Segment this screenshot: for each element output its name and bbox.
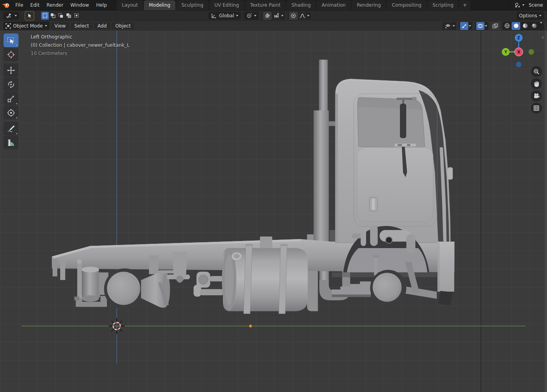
tool-cursor[interactable] xyxy=(4,48,18,61)
camera-view-button[interactable] xyxy=(531,90,542,101)
gizmo-y-negative-ball[interactable] xyxy=(529,49,534,55)
overlays-icon xyxy=(477,23,483,29)
visibility-chevron-icon xyxy=(453,25,455,27)
transform-snap-group: Global xyxy=(208,12,311,20)
options-chevron-icon xyxy=(539,15,541,17)
menu-add[interactable]: Add xyxy=(94,22,110,29)
svg-text:X: X xyxy=(517,50,520,54)
menu-window[interactable]: Window xyxy=(67,0,92,10)
sidebar-collapse-arrow-icon[interactable]: ‹ xyxy=(542,35,544,40)
tool-settings-dropdown[interactable] xyxy=(3,12,19,20)
tab-rendering[interactable]: Rendering xyxy=(352,0,386,10)
pan-button[interactable] xyxy=(531,78,542,89)
annotate-pen-icon xyxy=(7,124,15,133)
scene-selector[interactable]: Scene xyxy=(510,0,547,10)
move-icon xyxy=(7,66,15,75)
camera-icon xyxy=(533,92,540,99)
tab-uv-editing[interactable]: UV Editing xyxy=(209,0,244,10)
object-origin-dot[interactable] xyxy=(249,325,252,328)
orientation-axes-icon xyxy=(211,13,217,18)
zoom-button[interactable] xyxy=(531,66,542,77)
tool-settings-icon xyxy=(6,13,13,18)
add-workspace-button[interactable]: + xyxy=(459,0,470,10)
workspace-tabs: Layout Modeling Sculpting UV Editing Tex… xyxy=(117,0,471,10)
select-mode-invert-button[interactable] xyxy=(65,12,72,20)
xray-toggle-button[interactable] xyxy=(491,22,499,30)
menu-render[interactable]: Render xyxy=(43,0,67,10)
proportional-toggle-button[interactable] xyxy=(289,12,298,20)
pivot-point-dropdown[interactable] xyxy=(244,12,259,20)
orientation-chevron-icon xyxy=(236,15,238,17)
tab-modeling[interactable]: Modeling xyxy=(144,0,176,10)
sidebar-edge-strip[interactable] xyxy=(545,31,547,392)
grid-toggle-button[interactable] xyxy=(531,103,542,114)
transform-orientation-dropdown[interactable]: Global xyxy=(208,12,241,20)
proportional-editing-icon xyxy=(291,13,296,18)
tab-texture-paint[interactable]: Texture Paint xyxy=(245,0,285,10)
visibility-dropdown-button[interactable] xyxy=(444,22,452,30)
select-mode-intersect-button[interactable] xyxy=(73,12,80,20)
tool-annotate[interactable] xyxy=(4,121,18,135)
tool-scale[interactable] xyxy=(4,92,18,105)
tab-animation[interactable]: Animation xyxy=(317,0,351,10)
solid-sphere-icon xyxy=(513,23,519,29)
select-box-icon xyxy=(27,13,32,18)
menu-object[interactable]: Object xyxy=(112,22,134,29)
proportional-edit-group xyxy=(288,12,311,20)
options-dropdown[interactable]: Options xyxy=(517,12,544,20)
tool-settings-bar: Global xyxy=(0,10,547,20)
tool-transform[interactable] xyxy=(4,106,18,120)
snap-mode-dropdown[interactable] xyxy=(272,12,281,20)
falloff-dropdown[interactable] xyxy=(298,12,307,20)
viewport-header-right xyxy=(442,22,544,30)
tab-layout[interactable]: Layout xyxy=(117,0,143,10)
tool-measure[interactable] xyxy=(4,136,18,149)
shading-wireframe-button[interactable] xyxy=(503,22,511,30)
shading-material-button[interactable] xyxy=(521,22,529,30)
select-mode-group xyxy=(41,12,80,20)
menu-help[interactable]: Help xyxy=(92,0,110,10)
select-mode-extend-button[interactable] xyxy=(49,12,57,20)
menu-edit[interactable]: Edit xyxy=(27,0,43,10)
snap-toggle-button[interactable] xyxy=(263,12,272,20)
mode-value: Object Mode xyxy=(13,23,43,29)
tab-scripting[interactable]: Scripting xyxy=(427,0,459,10)
gizmo-z-ball[interactable]: Z xyxy=(515,34,523,42)
tab-shading[interactable]: Shading xyxy=(286,0,316,10)
transform-icon xyxy=(7,109,15,117)
select-mode-subtract-button[interactable] xyxy=(57,12,64,20)
menu-file[interactable]: File xyxy=(12,0,27,10)
truck-model[interactable] xyxy=(52,60,455,314)
gizmo-y-ball[interactable]: Y xyxy=(502,48,510,56)
gizmos-toggle-button[interactable] xyxy=(460,22,468,30)
menu-view[interactable]: View xyxy=(51,22,69,29)
visibility-eye-icon xyxy=(445,23,451,29)
subtool-corner-icon xyxy=(16,103,17,104)
snap-chevron-icon xyxy=(281,15,284,17)
overlays-toggle-button[interactable] xyxy=(476,22,484,30)
active-tool-button[interactable] xyxy=(25,11,34,20)
mode-chevron-icon xyxy=(45,25,47,27)
material-sphere-icon xyxy=(522,23,528,29)
tool-rotate[interactable] xyxy=(4,77,18,91)
shading-rendered-button[interactable] xyxy=(530,22,538,30)
tool-move[interactable] xyxy=(4,63,18,77)
select-mode-set-button[interactable] xyxy=(41,12,49,20)
blender-window: File Edit Render Window Help Layout Mode… xyxy=(0,0,547,392)
menu-select[interactable]: Select xyxy=(71,22,92,29)
tool-select-box[interactable] xyxy=(4,33,18,47)
shading-solid-button[interactable] xyxy=(512,22,520,30)
mode-selector-dropdown[interactable]: Object Mode xyxy=(3,22,50,30)
gizmo-arrow-icon xyxy=(462,23,467,29)
gizmo-x-ball[interactable]: X xyxy=(515,48,523,56)
gizmo-z-negative-ball[interactable] xyxy=(516,62,521,67)
gizmos-chevron-icon xyxy=(469,25,471,27)
axis-gizmo: Z Y X xyxy=(496,32,536,68)
tab-sculpting[interactable]: Sculpting xyxy=(176,0,208,10)
falloff-chevron-icon xyxy=(307,15,309,17)
tab-compositing[interactable]: Compositing xyxy=(387,0,426,10)
3d-viewport[interactable]: Left Orthographic (0) Collection | cabov… xyxy=(0,31,547,392)
blender-logo-icon[interactable] xyxy=(0,2,12,9)
gizmos-group xyxy=(459,22,472,30)
falloff-curve-icon xyxy=(299,13,306,18)
